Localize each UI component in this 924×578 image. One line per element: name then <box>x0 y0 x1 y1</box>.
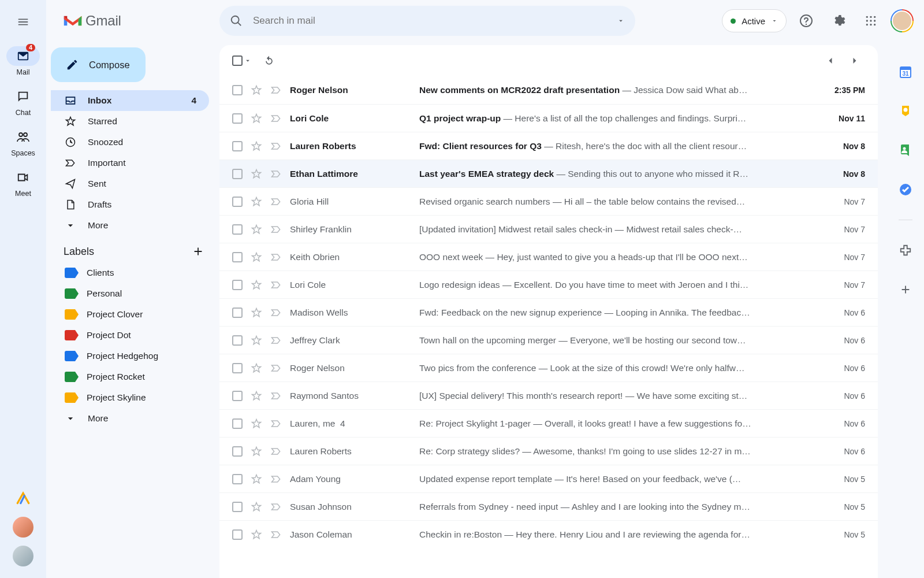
rail-addon-1[interactable] <box>13 488 33 509</box>
gmail-logo[interactable]: Gmail <box>62 13 219 29</box>
rail-item-meet[interactable]: Meet <box>6 168 40 198</box>
select-all-checkbox[interactable] <box>232 55 252 66</box>
star-outline-icon[interactable] <box>251 84 262 96</box>
mail-row[interactable]: Lori Cole Logo redesign ideas — Excellen… <box>219 271 878 298</box>
label-item[interactable]: Project Skyline <box>51 387 209 408</box>
row-checkbox[interactable] <box>232 169 243 179</box>
mail-row[interactable]: Adam Young Updated expense report templa… <box>219 465 878 492</box>
label-item[interactable]: Personal <box>51 283 209 304</box>
search-options-icon[interactable] <box>617 17 625 25</box>
mail-row[interactable]: Jeffrey Clark Town hall on the upcoming … <box>219 326 878 354</box>
row-checkbox[interactable] <box>232 391 243 401</box>
main-menu-button[interactable] <box>9 8 37 36</box>
mail-row[interactable]: Roger Nelson New comments on MCR2022 dra… <box>219 76 878 104</box>
mail-row[interactable]: Raymond Santos [UX] Special delivery! Th… <box>219 381 878 409</box>
star-outline-icon[interactable] <box>251 140 262 152</box>
nav-item-drafts[interactable]: Drafts <box>51 194 209 215</box>
nav-item-important[interactable]: Important <box>51 153 209 173</box>
row-checkbox[interactable] <box>232 224 243 235</box>
help-button[interactable] <box>793 8 819 34</box>
star-outline-icon[interactable] <box>251 113 262 124</box>
star-outline-icon[interactable] <box>251 501 262 513</box>
nav-item-inbox[interactable]: Inbox 4 <box>51 90 209 111</box>
rail-item-chat[interactable]: Chat <box>6 87 40 117</box>
newer-button[interactable] <box>820 50 841 71</box>
search-input[interactable] <box>253 15 606 27</box>
importance-marker-icon[interactable] <box>270 362 282 374</box>
importance-marker-icon[interactable] <box>270 279 282 291</box>
star-outline-icon[interactable] <box>251 418 262 429</box>
mail-row[interactable]: Ethan Lattimore Last year's EMEA strateg… <box>219 160 878 187</box>
rail-contact-1[interactable] <box>13 517 33 538</box>
label-item[interactable]: Project Dot <box>51 325 209 346</box>
importance-marker-icon[interactable] <box>270 168 282 180</box>
nav-item-more[interactable]: More <box>51 215 209 236</box>
nav-item-snoozed[interactable]: Snoozed <box>51 132 209 153</box>
refresh-button[interactable] <box>259 50 280 71</box>
importance-marker-icon[interactable] <box>270 335 282 346</box>
star-outline-icon[interactable] <box>251 196 262 208</box>
rail-contact-2[interactable] <box>13 546 33 566</box>
compose-button[interactable]: Compose <box>51 47 146 82</box>
importance-marker-icon[interactable] <box>270 113 282 124</box>
row-checkbox[interactable] <box>232 307 243 318</box>
row-checkbox[interactable] <box>232 474 243 484</box>
star-outline-icon[interactable] <box>251 529 262 540</box>
star-outline-icon[interactable] <box>251 307 262 318</box>
mail-row[interactable]: Jason Coleman Checkin in re:Boston — Hey… <box>219 520 878 548</box>
mail-row[interactable]: Madison Wells Fwd: Feedback on the new s… <box>219 298 878 326</box>
rail-item-spaces[interactable]: Spaces <box>6 127 40 157</box>
calendar-button[interactable]: 31 <box>893 59 918 84</box>
mail-row[interactable]: Lori Cole Q1 project wrap-up — Here's a … <box>219 104 878 132</box>
row-checkbox[interactable] <box>232 113 243 124</box>
add-label-button[interactable] <box>192 245 204 258</box>
importance-marker-icon[interactable] <box>270 196 282 208</box>
row-checkbox[interactable] <box>232 252 243 262</box>
status-chip[interactable]: Active <box>722 9 787 32</box>
mail-row[interactable]: Shirley Franklin [Updated invitation] Mi… <box>219 215 878 243</box>
keep-button[interactable] <box>893 98 918 124</box>
mail-row[interactable]: Susan Johnson Referrals from Sydney - ne… <box>219 492 878 520</box>
rail-item-mail[interactable]: 4 Mail <box>6 46 40 76</box>
importance-marker-icon[interactable] <box>270 501 282 513</box>
star-outline-icon[interactable] <box>251 224 262 235</box>
importance-marker-icon[interactable] <box>270 473 282 485</box>
mail-row[interactable]: Gloria Hill Revised organic search numbe… <box>219 187 878 215</box>
star-outline-icon[interactable] <box>251 390 262 402</box>
label-item[interactable]: Project Rocket <box>51 366 209 387</box>
mail-row[interactable]: Keith Obrien OOO next week — Hey, just w… <box>219 243 878 271</box>
contacts-button[interactable] <box>893 138 918 163</box>
row-checkbox[interactable] <box>232 335 243 346</box>
account-avatar[interactable] <box>891 9 914 32</box>
row-checkbox[interactable] <box>232 85 243 95</box>
settings-button[interactable] <box>826 8 851 34</box>
older-button[interactable] <box>844 50 865 71</box>
star-outline-icon[interactable] <box>251 362 262 374</box>
star-outline-icon[interactable] <box>251 473 262 485</box>
importance-marker-icon[interactable] <box>270 307 282 318</box>
importance-marker-icon[interactable] <box>270 390 282 402</box>
importance-marker-icon[interactable] <box>270 418 282 429</box>
label-item[interactable]: Project Hedgehog <box>51 346 209 366</box>
star-outline-icon[interactable] <box>251 168 262 180</box>
row-checkbox[interactable] <box>232 418 243 429</box>
row-checkbox[interactable] <box>232 197 243 207</box>
importance-marker-icon[interactable] <box>270 84 282 96</box>
star-outline-icon[interactable] <box>251 279 262 291</box>
nav-item-sent[interactable]: Sent <box>51 173 209 194</box>
label-item[interactable]: Clients <box>51 262 209 283</box>
tasks-button[interactable] <box>893 177 918 202</box>
row-checkbox[interactable] <box>232 502 243 512</box>
row-checkbox[interactable] <box>232 529 243 540</box>
row-checkbox[interactable] <box>232 363 243 373</box>
mail-row[interactable]: Lauren Roberts Re: Corp strategy slides?… <box>219 437 878 465</box>
star-outline-icon[interactable] <box>251 446 262 457</box>
chevron-down-icon[interactable] <box>244 57 252 65</box>
row-checkbox[interactable] <box>232 280 243 290</box>
nav-item-starred[interactable]: Starred <box>51 111 209 132</box>
mail-row[interactable]: Lauren Roberts Fwd: Client resources for… <box>219 132 878 160</box>
addons-button[interactable] <box>893 238 918 263</box>
star-outline-icon[interactable] <box>251 251 262 263</box>
labels-more[interactable]: More <box>51 408 209 429</box>
apps-button[interactable] <box>858 8 884 34</box>
